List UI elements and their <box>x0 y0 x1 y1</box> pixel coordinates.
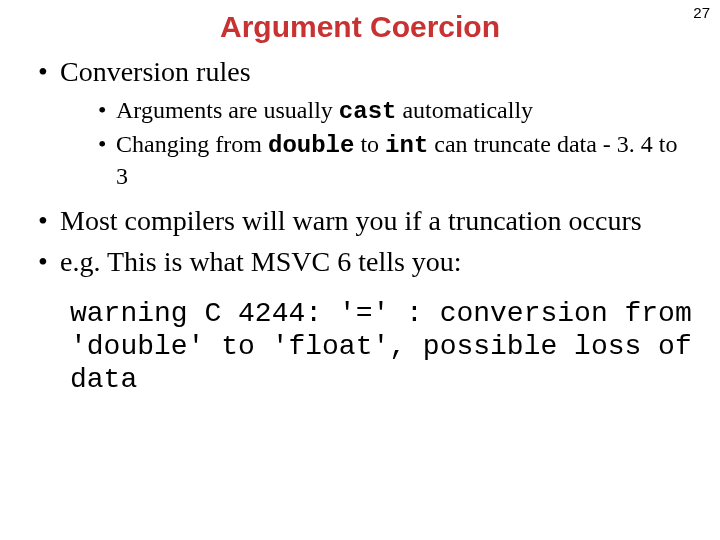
bullet-text: Conversion rules <box>60 56 251 87</box>
text-part: Changing from <box>116 131 268 157</box>
code-cast: cast <box>339 98 397 125</box>
page-number: 27 <box>693 4 710 21</box>
bullet-compilers-warn: Most compilers will warn you if a trunca… <box>38 203 692 238</box>
slide: 27 Argument Coercion Conversion rules Ar… <box>0 0 720 540</box>
code-int: int <box>385 132 428 159</box>
compiler-warning-output: warning C 4244: '=' : conversion from 'd… <box>70 297 692 396</box>
text-part: automatically <box>396 97 533 123</box>
bullet-conversion-rules: Conversion rules Arguments are usually c… <box>38 54 692 191</box>
text-part: to <box>354 131 385 157</box>
code-double: double <box>268 132 354 159</box>
sub-bullet-list: Arguments are usually cast automatically… <box>60 95 692 191</box>
bullet-msvc-example: e.g. This is what MSVC 6 tells you: <box>38 244 692 279</box>
sub-bullet-truncate: Changing from double to int can truncate… <box>98 129 692 191</box>
text-part: Arguments are usually <box>116 97 339 123</box>
sub-bullet-cast: Arguments are usually cast automatically <box>98 95 692 127</box>
bullet-list: Conversion rules Arguments are usually c… <box>28 54 692 279</box>
bullet-text: Most compilers will warn you if a trunca… <box>60 205 642 236</box>
bullet-text: e.g. This is what MSVC 6 tells you: <box>60 246 462 277</box>
slide-title: Argument Coercion <box>28 10 692 44</box>
